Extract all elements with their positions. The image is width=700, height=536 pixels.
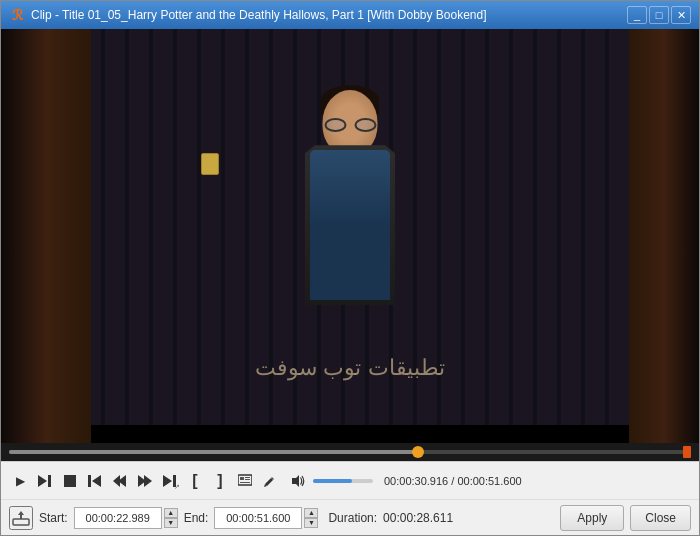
char-glasses: [324, 118, 376, 132]
bottom-bar: Start: ▲ ▼ End: ▲ ▼ Duration: 00:00:28.6…: [1, 499, 699, 535]
svg-marker-4: [92, 475, 101, 487]
svg-rect-15: [240, 482, 250, 483]
seek-thumb[interactable]: [412, 446, 424, 458]
close-window-button[interactable]: ✕: [671, 6, 691, 24]
svg-marker-8: [144, 475, 152, 487]
maximize-button[interactable]: □: [649, 6, 669, 24]
door-right: [629, 29, 699, 443]
cursor-overlay: ↗: [174, 483, 180, 491]
end-down-spinner[interactable]: ▼: [304, 518, 318, 528]
duration-value: 00:00:28.611: [383, 511, 453, 525]
volume-slider[interactable]: [313, 479, 373, 483]
main-window: ℛ Clip - Title 01_05_Harry Potter and th…: [0, 0, 700, 536]
mark-in-button[interactable]: [: [184, 470, 206, 492]
letterbox-bottom: [1, 425, 699, 443]
stop-button[interactable]: [59, 470, 81, 492]
end-marker: [683, 446, 691, 458]
seek-bar-track[interactable]: [9, 450, 691, 454]
export-icon: [12, 509, 30, 527]
pencil-icon: [263, 474, 277, 488]
svg-marker-9: [163, 475, 172, 487]
play-icon: [16, 474, 25, 488]
svg-marker-16: [292, 475, 299, 487]
volume-area: [288, 470, 373, 492]
end-time-group: ▲ ▼: [214, 507, 318, 529]
end-button[interactable]: ↗: [159, 470, 181, 492]
volume-button[interactable]: [288, 470, 310, 492]
end-spinners: ▲ ▼: [304, 508, 318, 528]
step-fwd-icon: [138, 474, 152, 488]
window-controls: _ □ ✕: [627, 6, 691, 24]
prev-button[interactable]: [84, 470, 106, 492]
step-fwd-button[interactable]: [134, 470, 156, 492]
window-title: Clip - Title 01_05_Harry Potter and the …: [31, 8, 627, 22]
svg-rect-2: [64, 475, 76, 487]
thumbnail-button[interactable]: [234, 470, 256, 492]
next-frame-button[interactable]: [34, 470, 56, 492]
controls-bar: ↗ [ ]: [1, 461, 699, 499]
seek-progress: [9, 450, 418, 454]
volume-icon: [292, 474, 306, 488]
next-frame-icon: [38, 474, 52, 488]
svg-rect-17: [13, 519, 29, 525]
character: [250, 70, 450, 360]
thumbnail-icon: [238, 474, 252, 488]
volume-fill: [313, 479, 352, 483]
glass-right: [354, 118, 376, 132]
svg-marker-6: [113, 475, 120, 487]
video-frame: تطبيقات توب سوفت: [1, 29, 699, 443]
svg-rect-3: [88, 475, 91, 487]
step-back-icon: [113, 474, 127, 488]
close-button[interactable]: Close: [630, 505, 691, 531]
start-time-input[interactable]: [74, 507, 162, 529]
svg-rect-13: [245, 477, 250, 478]
stop-icon: [63, 474, 77, 488]
play-button[interactable]: [9, 470, 31, 492]
door-left: [1, 29, 91, 443]
glass-left: [324, 118, 346, 132]
svg-marker-0: [38, 475, 47, 487]
light-switch: [201, 153, 219, 175]
minimize-button[interactable]: _: [627, 6, 647, 24]
character-figure: [290, 90, 410, 340]
start-spinners: ▲ ▼: [164, 508, 178, 528]
start-time-group: ▲ ▼: [74, 507, 178, 529]
video-player: تطبيقات توب سوفت: [1, 29, 699, 443]
char-body: [310, 150, 390, 300]
svg-rect-1: [48, 475, 51, 487]
app-icon: ℛ: [9, 7, 25, 23]
duration-label: Duration:: [328, 511, 377, 525]
end-up-spinner[interactable]: ▲: [304, 508, 318, 518]
start-label: Start:: [39, 511, 68, 525]
prev-icon: [88, 474, 102, 488]
start-down-spinner[interactable]: ▼: [164, 518, 178, 528]
mark-out-button[interactable]: ]: [209, 470, 231, 492]
svg-rect-12: [240, 477, 244, 480]
title-bar: ℛ Clip - Title 01_05_Harry Potter and th…: [1, 1, 699, 29]
start-up-spinner[interactable]: ▲: [164, 508, 178, 518]
edit-button[interactable]: [259, 470, 281, 492]
end-label: End:: [184, 511, 209, 525]
step-back-button[interactable]: [109, 470, 131, 492]
export-button[interactable]: [9, 506, 33, 530]
svg-rect-14: [245, 479, 250, 480]
apply-button[interactable]: Apply: [560, 505, 624, 531]
seek-bar-container[interactable]: [1, 443, 699, 461]
end-time-input[interactable]: [214, 507, 302, 529]
time-display: 00:00:30.916 / 00:00:51.600: [384, 475, 522, 487]
